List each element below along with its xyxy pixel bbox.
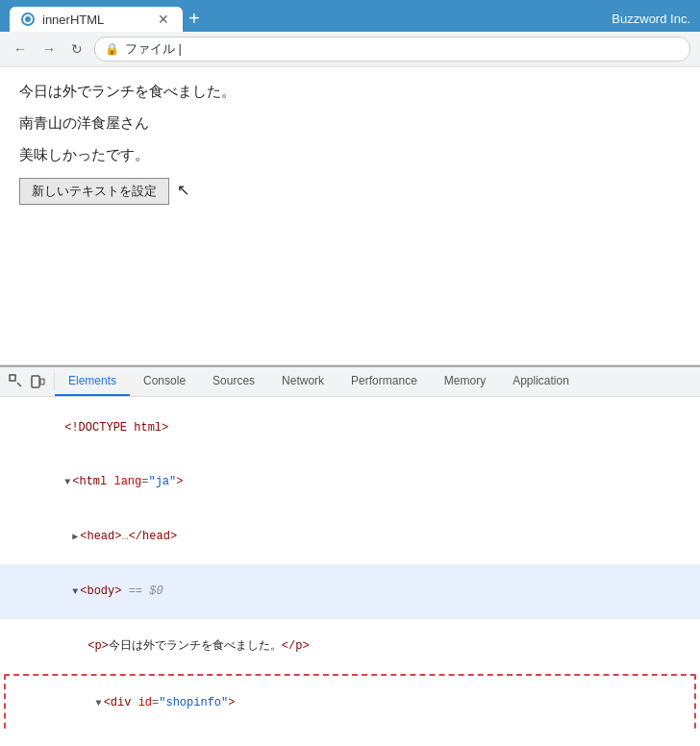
html-triangle[interactable] bbox=[64, 477, 70, 487]
dom-html-open: <html lang="ja"> bbox=[0, 455, 700, 510]
devtools-tabs: Elements Console Sources Network Perform… bbox=[55, 367, 583, 396]
address-input[interactable]: 🔒 ファイル | bbox=[94, 37, 690, 62]
body-triangle[interactable] bbox=[72, 586, 78, 597]
tab-application[interactable]: Application bbox=[499, 367, 583, 396]
dom-body-line[interactable]: <body> == $0 bbox=[0, 564, 700, 619]
devtools-toolbar: Elements Console Sources Network Perform… bbox=[0, 367, 700, 397]
svg-rect-5 bbox=[40, 379, 44, 385]
button-container: 新しいテキストを設定 ↖ bbox=[19, 178, 189, 205]
inspect-icon[interactable] bbox=[8, 373, 25, 390]
doctype-text: <!DOCTYPE html> bbox=[64, 421, 168, 435]
tab-performance[interactable]: Performance bbox=[338, 367, 431, 396]
svg-point-1 bbox=[25, 16, 31, 22]
dom-p1: <p>今日は外でランチを食べました。</p> bbox=[0, 619, 700, 673]
device-icon[interactable] bbox=[29, 373, 46, 390]
back-button[interactable]: ← bbox=[10, 39, 31, 59]
devtools-icon-group bbox=[0, 373, 55, 390]
tab-favicon bbox=[21, 12, 35, 26]
tab-close-button[interactable]: ✕ bbox=[156, 12, 171, 27]
dom-div-open: <div id="shopinfo"> bbox=[6, 676, 694, 731]
page-line1: 今日は外でランチを食べました。 bbox=[19, 83, 681, 101]
page-content: 今日は外でランチを食べました。 南青山の洋食屋さん 美味しかったです。 新しいテ… bbox=[0, 67, 700, 365]
refresh-button[interactable]: ↻ bbox=[67, 39, 87, 59]
tab-elements[interactable]: Elements bbox=[55, 367, 130, 396]
svg-rect-4 bbox=[32, 376, 39, 387]
address-text: ファイル | bbox=[125, 40, 182, 58]
tab-console[interactable]: Console bbox=[130, 367, 199, 396]
tab-network[interactable]: Network bbox=[268, 367, 338, 396]
div-triangle[interactable] bbox=[96, 698, 102, 709]
head-triangle[interactable] bbox=[72, 532, 78, 542]
cursor-graphic: ↖ bbox=[177, 181, 189, 199]
page-line2: 南青山の洋食屋さん bbox=[19, 114, 681, 133]
tab-bar: innerHTML ✕ + bbox=[10, 6, 604, 32]
svg-line-3 bbox=[17, 383, 21, 386]
page-line3: 美味しかったです。 bbox=[19, 146, 681, 164]
new-tab-button[interactable]: + bbox=[183, 6, 206, 32]
active-tab[interactable]: innerHTML ✕ bbox=[10, 7, 183, 32]
browser-titlebar: innerHTML ✕ + Buzzword Inc. bbox=[0, 0, 700, 32]
tab-sources[interactable]: Sources bbox=[199, 367, 268, 396]
dom-doctype: <!DOCTYPE html> bbox=[0, 401, 700, 455]
devtools-panel: Elements Console Sources Network Perform… bbox=[0, 365, 700, 731]
forward-button[interactable]: → bbox=[38, 39, 60, 59]
dom-div-highlight: <div id="shopinfo"> <p>南青山の洋食屋さん</p> <sc… bbox=[4, 674, 696, 731]
svg-rect-2 bbox=[10, 375, 15, 381]
tab-memory[interactable]: Memory bbox=[431, 367, 499, 396]
set-text-button[interactable]: 新しいテキストを設定 bbox=[19, 178, 169, 205]
tab-title: innerHTML bbox=[42, 12, 104, 27]
browser-top-right: Buzzword Inc. bbox=[612, 12, 690, 26]
address-bar: ← → ↻ 🔒 ファイル | bbox=[0, 32, 700, 67]
lock-icon: 🔒 bbox=[105, 42, 119, 56]
dom-head-collapsed[interactable]: <head>…</head> bbox=[0, 510, 700, 564]
devtools-dom-content[interactable]: <!DOCTYPE html> <html lang="ja"> <head>…… bbox=[0, 397, 700, 731]
